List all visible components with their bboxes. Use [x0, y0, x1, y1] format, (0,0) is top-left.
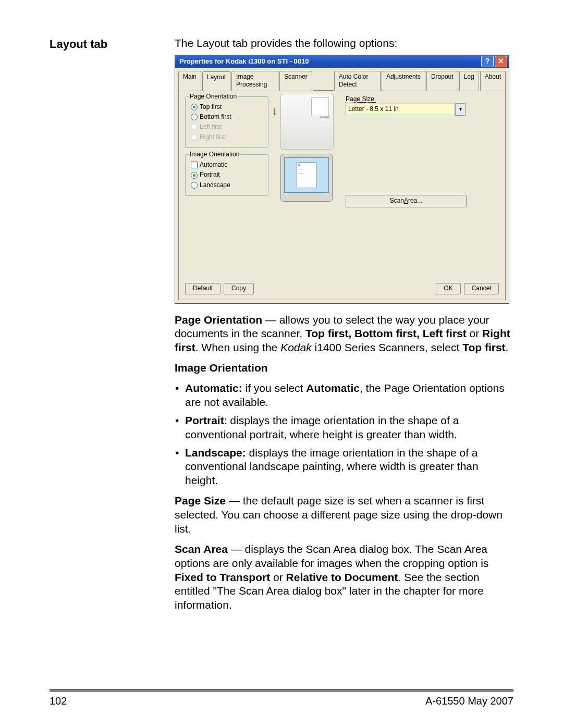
tab-strip: Main Layout Image Processing Scanner Aut… [175, 68, 509, 91]
option-label: Right first [200, 133, 226, 141]
dialog-title: Properties for Kodak i1300 on STI - 0010 [179, 57, 480, 66]
section: Layout tab The Layout tab provides the f… [50, 36, 513, 619]
term: Page Orientation [175, 314, 262, 326]
document-preview-icon: R———— [297, 162, 316, 188]
close-button[interactable]: ✕ [495, 56, 507, 67]
option-automatic[interactable]: Automatic [191, 161, 264, 169]
tab-dropout[interactable]: Dropout [426, 71, 458, 91]
help-button[interactable]: ? [481, 56, 494, 67]
bullet-portrait: Portrait: displays the image orientation… [185, 414, 513, 442]
para-page-size: Page Size — the default page size is set… [175, 494, 513, 536]
radio-icon [191, 134, 198, 141]
monitor-screen: R———— [284, 157, 329, 193]
tab-panel: Page Orientation Top first Bottom first … [178, 91, 506, 300]
tab-scanner[interactable]: Scanner [279, 71, 312, 91]
page-size-label: Page Size: [346, 95, 499, 103]
bullet-landscape: Landscape: displays the image orientatio… [185, 446, 513, 488]
tab-auto-color-detect[interactable]: Auto Color Detect [334, 71, 381, 91]
radio-icon [191, 172, 198, 179]
para-page-orientation: Page Orientation — allows you to select … [175, 313, 513, 355]
section-heading: Layout tab [50, 36, 159, 51]
feed-arrow-icon: ↓ [272, 104, 277, 118]
scan-area-button[interactable]: Scan Area... [346, 195, 467, 207]
option-label: Automatic [200, 161, 227, 169]
option-landscape[interactable]: Landscape [191, 181, 264, 189]
tab-about[interactable]: About [480, 71, 506, 91]
left-panel: Page Orientation Top first Bottom first … [185, 96, 268, 203]
tab-main[interactable]: Main [178, 71, 201, 91]
option-top-first[interactable]: Top first [191, 103, 264, 111]
dropdown-value: Letter - 8.5 x 11 in [346, 104, 455, 115]
radio-icon [191, 124, 198, 130]
group-label: Image Orientation [189, 151, 240, 158]
tab-image-processing[interactable]: Image Processing [231, 71, 278, 91]
checkbox-icon [191, 162, 198, 168]
section-body: The Layout tab provides the following op… [175, 36, 513, 619]
default-button[interactable]: Default [185, 283, 221, 294]
radio-icon [191, 114, 198, 120]
radio-icon [191, 104, 198, 110]
page-size-dropdown[interactable]: Letter - 8.5 x 11 in ▾ [346, 104, 466, 115]
footer: 102 A-61550 May 2007 [50, 689, 513, 707]
option-left-first: Left first [191, 123, 264, 131]
copy-button[interactable]: Copy [224, 283, 254, 294]
chevron-down-icon[interactable]: ▾ [455, 103, 466, 116]
option-portrait[interactable]: Portrait [191, 171, 264, 179]
page-number: 102 [50, 695, 67, 707]
properties-dialog: Properties for Kodak i1300 on STI - 0010… [175, 55, 509, 304]
cancel-button[interactable]: Cancel [464, 283, 499, 294]
option-label: Left first [200, 123, 222, 131]
option-label: Landscape [200, 181, 230, 189]
bullet-list: Automatic: if you select Automatic, the … [175, 381, 513, 488]
group-label: Page Orientation [189, 93, 238, 101]
subheading-image-orientation: Image Orientation [175, 361, 513, 375]
radio-icon [191, 182, 198, 189]
footer-rule [50, 689, 513, 692]
doc-id: A-61550 May 2007 [425, 695, 513, 707]
paper-icon [311, 97, 329, 116]
monitor-illustration: R———— [280, 154, 333, 202]
bullet-automatic: Automatic: if you select Automatic, the … [185, 381, 513, 410]
preview-area: ↓ R———— [280, 94, 340, 202]
page: Layout tab The Layout tab provides the f… [0, 0, 563, 728]
option-right-first: Right first [191, 133, 264, 141]
page-orientation-group: Page Orientation Top first Bottom first … [185, 96, 268, 148]
tab-layout[interactable]: Layout [202, 71, 230, 91]
dialog-buttons: Default Copy OK Cancel [185, 283, 499, 294]
tab-log[interactable]: Log [459, 71, 479, 91]
para-scan-area: Scan Area — displays the Scan Area dialo… [175, 542, 513, 612]
image-orientation-group: Image Orientation Automatic Portrait Lan… [185, 154, 268, 196]
option-label: Top first [200, 103, 222, 111]
tab-adjustments[interactable]: Adjustments [382, 71, 425, 91]
right-panel: Page Size: Letter - 8.5 x 11 in ▾ Scan A… [346, 95, 499, 207]
option-bottom-first[interactable]: Bottom first [191, 113, 264, 121]
option-label: Portrait [200, 171, 220, 179]
scanner-illustration: ↓ [280, 94, 334, 150]
ok-button[interactable]: OK [436, 283, 460, 294]
titlebar: Properties for Kodak i1300 on STI - 0010… [175, 55, 509, 68]
option-label: Bottom first [200, 113, 231, 121]
intro-text: The Layout tab provides the following op… [175, 36, 513, 51]
